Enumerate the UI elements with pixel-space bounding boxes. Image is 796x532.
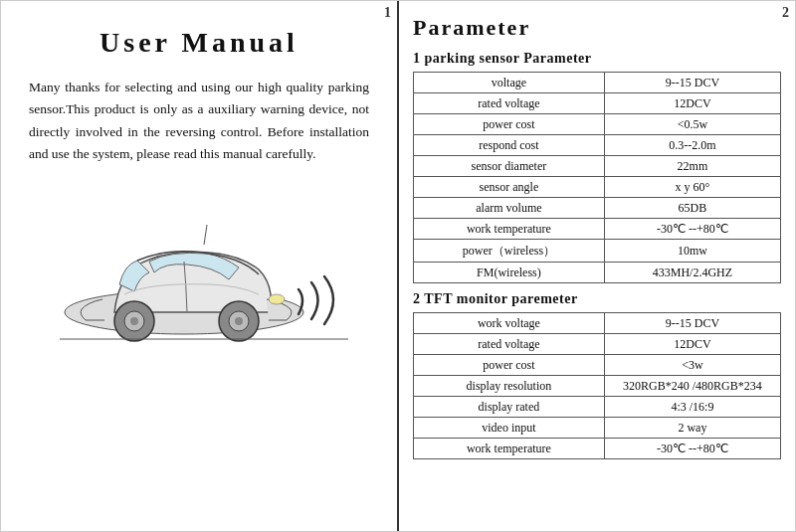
manual-title: User Manual — [25, 27, 373, 59]
manual-body: Many thanks for selecting and using our … — [25, 77, 373, 165]
section2-heading: 2 TFT monitor paremeter — [413, 291, 781, 307]
table-row: FM(wireless)433MH/2.4GHZ — [414, 263, 781, 283]
table-row: work temperature-30℃ --+80℃ — [414, 439, 781, 459]
table-row: sensor diameter22mm — [414, 156, 781, 177]
table-row: sensor anglex y 60° — [414, 177, 781, 198]
table-row: voltage9--15 DCV — [414, 73, 781, 93]
right-panel: 2 Parameter 1 parking sensor Parameter v… — [399, 1, 795, 531]
table-row: display resolution320RGB*240 /480RGB*234 — [414, 376, 781, 397]
svg-point-6 — [235, 317, 243, 325]
table-row: power（wireless）10mw — [414, 240, 781, 263]
table-row: alarm volume65DB — [414, 198, 781, 219]
param-table-1: voltage9--15 DCVrated voltage12DCVpower … — [413, 72, 781, 283]
page-number-right: 2 — [782, 5, 789, 21]
table-row: power cost<3w — [414, 355, 781, 376]
svg-point-3 — [130, 317, 138, 325]
table-row: rated voltage12DCV — [414, 93, 781, 114]
page-number-left: 1 — [384, 5, 391, 21]
param-table-2: work voltage9--15 DCVrated voltage12DCVp… — [413, 312, 781, 459]
table-row: video input2 way — [414, 418, 781, 439]
svg-line-8 — [204, 225, 207, 245]
table-row: display rated4:3 /16:9 — [414, 397, 781, 418]
car-svg — [30, 195, 368, 354]
table-row: respond cost0.3--2.0m — [414, 135, 781, 156]
car-illustration — [25, 185, 373, 364]
svg-point-7 — [269, 294, 285, 304]
parameter-title: Parameter — [413, 15, 781, 41]
page-container: 1 User Manual Many thanks for selecting … — [0, 0, 796, 532]
table-row: work voltage9--15 DCV — [414, 313, 781, 334]
table-row: rated voltage12DCV — [414, 334, 781, 355]
table-row: work temperature-30℃ --+80℃ — [414, 219, 781, 240]
table-row: power cost<0.5w — [414, 114, 781, 135]
section1-heading: 1 parking sensor Parameter — [413, 51, 781, 67]
left-panel: 1 User Manual Many thanks for selecting … — [1, 1, 399, 531]
